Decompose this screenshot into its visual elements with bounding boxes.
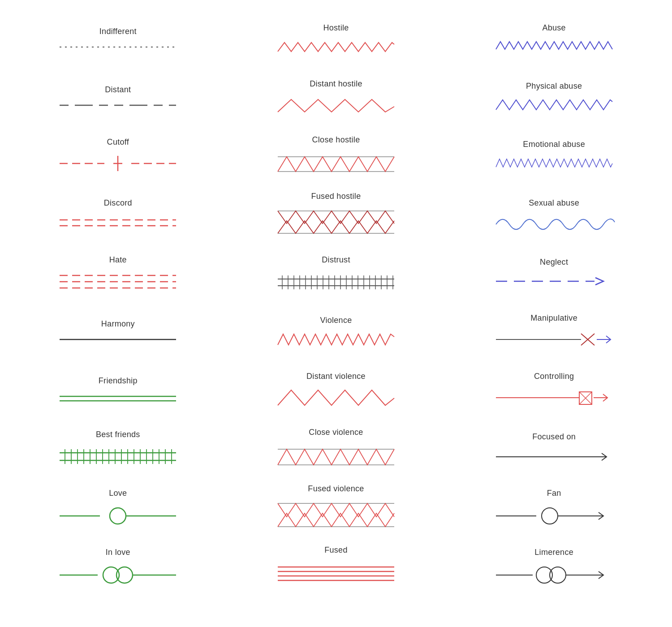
label-close-violence: Close violence <box>309 428 363 437</box>
label-focused-on: Focused on <box>532 432 576 442</box>
main-grid: Indifferent Hostile Abuse Distant Distan… <box>9 9 663 594</box>
cell-in-love: In love <box>9 536 227 594</box>
cell-best-friends: Best friends <box>9 418 227 476</box>
cell-distant-violence: Distant violence <box>227 360 445 418</box>
label-emotional-abuse: Emotional abuse <box>523 140 585 149</box>
label-cutoff: Cutoff <box>107 137 129 147</box>
cell-distrust: Distrust <box>227 243 445 301</box>
label-hate: Hate <box>109 255 127 265</box>
cell-fused: Fused <box>227 536 445 594</box>
cell-manipulative: Manipulative <box>445 301 663 360</box>
cell-close-violence: Close violence <box>227 418 445 476</box>
cell-limerence: Limerence <box>445 536 663 594</box>
symbol-in-love <box>55 563 181 585</box>
symbol-distant-hostile <box>273 94 399 116</box>
cell-physical-abuse: Physical abuse <box>445 67 663 125</box>
label-fused-hostile: Fused hostile <box>311 192 361 201</box>
label-discord: Discord <box>104 198 132 208</box>
cell-abuse: Abuse <box>445 9 663 67</box>
cell-harmony: Harmony <box>9 301 227 360</box>
symbol-physical-abuse <box>491 96 617 114</box>
label-abuse: Abuse <box>542 23 566 33</box>
label-distant-violence: Distant violence <box>306 372 366 381</box>
svg-point-79 <box>542 508 558 524</box>
cell-hate: Hate <box>9 243 227 301</box>
cell-emotional-abuse: Emotional abuse <box>445 125 663 184</box>
symbol-close-violence <box>273 442 399 469</box>
label-fused: Fused <box>324 545 348 555</box>
symbol-discord <box>55 213 181 231</box>
label-sexual-abuse: Sexual abuse <box>529 198 579 208</box>
symbol-fan <box>491 503 617 526</box>
cell-controlling: Controlling <box>445 360 663 418</box>
label-manipulative: Manipulative <box>530 314 577 323</box>
cell-fused-hostile: Fused hostile <box>227 184 445 243</box>
symbol-friendship <box>55 391 181 404</box>
cell-love: Love <box>9 476 227 536</box>
cell-close-hostile: Close hostile <box>227 125 445 184</box>
symbol-focused-on <box>491 447 617 465</box>
symbol-love <box>55 503 181 526</box>
label-fan: Fan <box>547 489 561 498</box>
symbol-violence <box>273 331 399 348</box>
symbol-distant <box>55 100 181 111</box>
cell-distant: Distant <box>9 67 227 125</box>
cell-distant-hostile: Distant hostile <box>227 67 445 125</box>
symbol-fused <box>273 560 399 587</box>
cell-friendship: Friendship <box>9 360 227 418</box>
label-neglect: Neglect <box>540 258 568 267</box>
symbol-distant-violence <box>273 387 399 409</box>
label-controlling: Controlling <box>534 372 574 381</box>
symbol-hate <box>55 270 181 292</box>
label-love: Love <box>109 489 127 498</box>
symbol-fused-hostile <box>273 206 399 238</box>
symbol-cutoff <box>55 152 181 175</box>
label-distant-hostile: Distant hostile <box>310 79 362 89</box>
label-indifferent: Indifferent <box>99 27 137 36</box>
symbol-emotional-abuse <box>491 155 617 172</box>
cell-cutoff: Cutoff <box>9 125 227 184</box>
cell-fan: Fan <box>445 476 663 536</box>
symbol-best-friends <box>55 445 181 467</box>
label-fused-violence: Fused violence <box>308 484 364 494</box>
cell-discord: Discord <box>9 184 227 243</box>
cell-neglect: Neglect <box>445 243 663 301</box>
svg-point-74 <box>110 508 126 524</box>
symbol-controlling <box>491 387 617 409</box>
label-distrust: Distrust <box>322 255 350 265</box>
label-limerence: Limerence <box>534 548 573 557</box>
symbol-abuse <box>491 38 617 56</box>
symbol-limerence <box>491 563 617 585</box>
symbol-hostile <box>273 38 399 56</box>
label-best-friends: Best friends <box>96 430 140 439</box>
label-in-love: In love <box>106 548 130 557</box>
symbol-neglect <box>491 272 617 290</box>
cell-violence: Violence <box>227 301 445 360</box>
symbol-fused-violence <box>273 499 399 530</box>
label-close-hostile: Close hostile <box>312 135 360 145</box>
label-friendship: Friendship <box>99 376 138 386</box>
symbol-manipulative <box>491 328 617 351</box>
cell-fused-violence: Fused violence <box>227 476 445 536</box>
symbol-close-hostile <box>273 150 399 177</box>
symbol-harmony <box>55 334 181 345</box>
symbol-distrust <box>273 270 399 292</box>
label-distant: Distant <box>105 85 131 94</box>
label-harmony: Harmony <box>101 319 135 329</box>
symbol-sexual-abuse <box>491 213 617 231</box>
cell-focused-on: Focused on <box>445 418 663 476</box>
cell-hostile: Hostile <box>227 9 445 67</box>
label-physical-abuse: Physical abuse <box>526 82 582 91</box>
label-hostile: Hostile <box>323 23 349 33</box>
cell-indifferent: Indifferent <box>9 9 227 67</box>
cell-sexual-abuse: Sexual abuse <box>445 184 663 243</box>
symbol-indifferent <box>55 42 181 52</box>
label-violence: Violence <box>320 316 352 325</box>
